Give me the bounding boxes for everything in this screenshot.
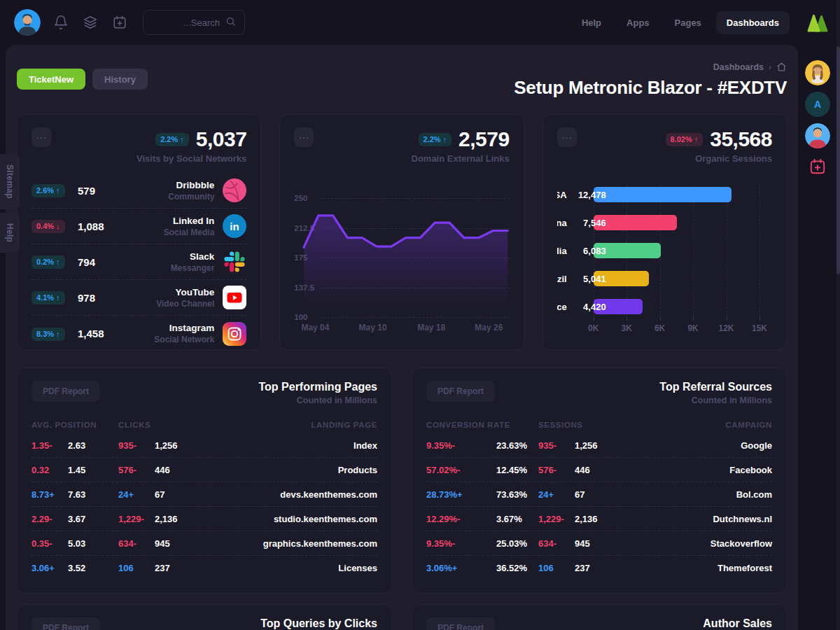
- pdf-report-button[interactable]: PDF Report: [31, 617, 100, 630]
- table-columns: AVG. POSITIONCLICKSLANDING PAGE: [31, 421, 377, 429]
- card-total: 2,579: [458, 127, 510, 151]
- bar-value-label: 12,478: [575, 190, 606, 200]
- table-subtitle: Counted in Millions: [692, 396, 772, 405]
- column-header[interactable]: CONVERSION RATE: [426, 421, 538, 429]
- row-label: Themeforest: [718, 563, 772, 573]
- delta-value: 1,229-: [118, 514, 155, 524]
- column-header[interactable]: LANDING PAGE: [311, 421, 377, 429]
- social-desc: Messanger: [171, 263, 215, 273]
- pdf-report-button[interactable]: PDF Report: [426, 381, 495, 402]
- cell-value: 3.52: [68, 563, 85, 573]
- nav-dashboards[interactable]: Dashboards: [716, 11, 790, 34]
- avatar-man[interactable]: [805, 123, 830, 148]
- breadcrumb: Dashboards ›: [713, 62, 787, 72]
- bar[interactable]: [594, 187, 732, 202]
- topbar-nav: HelpAppsPagesDashboards: [571, 11, 790, 34]
- bar-category-label: India: [557, 246, 567, 256]
- calendar-add-icon[interactable]: [808, 158, 827, 176]
- x-tick-label: May 18: [417, 323, 445, 332]
- delta-value: 3.06+: [31, 563, 68, 573]
- card-menu-button[interactable]: ⋯: [31, 127, 51, 147]
- delta-value: 634-: [118, 538, 155, 549]
- delta-value: 12.29%-: [426, 514, 496, 524]
- x-tick-label: May 04: [301, 323, 329, 332]
- cell-value: 67: [155, 489, 164, 500]
- column-header[interactable]: SESSIONS: [538, 421, 725, 429]
- card-menu-button[interactable]: ⋯: [557, 127, 577, 147]
- social-desc: Community: [168, 192, 214, 202]
- search-input[interactable]: ...Search: [143, 10, 245, 35]
- cell-value: 2.63: [68, 440, 85, 451]
- topbar-left: ...Search: [14, 9, 245, 36]
- row-label: studio.keenthemes.com: [274, 514, 377, 524]
- x-tick-label: 0K: [588, 323, 598, 333]
- bar-row-india: India 6,083: [557, 243, 772, 258]
- scrollbar-thumb[interactable]: [836, 46, 840, 274]
- column-header[interactable]: AVG. POSITION: [31, 421, 118, 429]
- axis-tick: [660, 317, 661, 321]
- cell-value: 73.63%: [496, 489, 527, 500]
- side-tab-help[interactable]: Help: [0, 213, 20, 253]
- column-header[interactable]: CAMPAIGN: [725, 421, 772, 429]
- side-tab-sitemap[interactable]: Sitemap: [0, 154, 20, 209]
- delta-value: 9.35%-: [426, 538, 496, 549]
- bell-icon[interactable]: [53, 14, 70, 31]
- nav-apps[interactable]: Apps: [616, 11, 660, 34]
- gridline: 100: [321, 317, 509, 318]
- nav-pages[interactable]: Pages: [664, 11, 712, 34]
- row-label: devs.keenthemes.com: [280, 489, 377, 500]
- nav-help[interactable]: Help: [571, 11, 612, 34]
- row-label: graphics.keenthemes.com: [263, 538, 377, 549]
- card-domain-links: ⋯ 2.2%↑ 2,579 Domain External Links 2502…: [279, 114, 524, 350]
- search-placeholder: ...Search: [183, 18, 220, 28]
- x-tick-label: 6K: [654, 323, 665, 333]
- card-menu-button[interactable]: ⋯: [294, 127, 314, 147]
- axis-tick: [727, 317, 727, 321]
- bar-category-label: USA: [557, 190, 567, 200]
- delta-value: 9.35%-: [426, 440, 496, 451]
- column-header[interactable]: CLICKS: [118, 421, 311, 429]
- delta-value: 1.35-: [31, 440, 68, 451]
- cell-value: 12.45%: [496, 465, 527, 475]
- table-title: Top Performing Pages: [258, 381, 377, 393]
- table-row: 57.02%-12.45% 576-446 Facebook: [426, 458, 772, 482]
- bar-category-label: Brazil: [557, 274, 567, 284]
- delta-value: 0.32: [31, 465, 68, 475]
- avatar-woman[interactable]: [805, 60, 830, 85]
- initial-badge[interactable]: A: [805, 92, 830, 117]
- delta-value: 2.29-: [31, 514, 68, 524]
- pdf-report-button[interactable]: PDF Report: [426, 617, 495, 630]
- user-avatar[interactable]: [14, 9, 41, 36]
- table-columns: CONVERSION RATESESSIONSCAMPAIGN: [426, 421, 772, 429]
- table-subtitle: Counted in Millions: [297, 396, 377, 405]
- card-subtitle: Visits by Social Networks: [136, 153, 246, 164]
- x-tick-label: 15K: [752, 323, 767, 333]
- delta-value: 935-: [118, 440, 155, 451]
- axis-tick: [626, 317, 627, 321]
- social-row-linked-in: 0.4%↓ 1,088 Linked In Social Media in: [31, 209, 246, 244]
- social-desc: Social Network: [154, 335, 214, 344]
- home-icon[interactable]: [776, 62, 787, 72]
- bar-category-label: China: [557, 218, 567, 228]
- bar-track: [594, 243, 772, 258]
- stats-row: ⋯ 2.2%↑ 5,037 Visits by Social Networks …: [17, 114, 787, 350]
- card-top-queries: PDF Report Top Queries by Clicks: [17, 604, 392, 630]
- calendar-add-icon[interactable]: [112, 14, 129, 31]
- breadcrumb-item[interactable]: Dashboards: [713, 62, 764, 72]
- cell-value: 945: [575, 538, 590, 549]
- instagram-icon: [223, 322, 246, 346]
- metronic-logo[interactable]: [806, 13, 829, 32]
- bar-track: [594, 215, 772, 230]
- pdf-report-button[interactable]: PDF Report: [31, 381, 100, 402]
- x-tick-label: 9K: [687, 323, 698, 333]
- bottom-row: PDF Report Top Queries by Clicks PDF Rep…: [17, 604, 787, 630]
- layers-icon[interactable]: [83, 14, 99, 31]
- history-button[interactable]: History: [92, 69, 148, 90]
- delta-value: 8.73+: [31, 489, 68, 500]
- card-total: 5,037: [196, 127, 247, 151]
- delta-value: 106: [118, 563, 155, 573]
- cell-value: 237: [575, 563, 590, 573]
- slack-icon: [223, 250, 246, 274]
- ticket-new-button[interactable]: TicketNew: [17, 69, 85, 90]
- cell-value: 446: [575, 465, 590, 475]
